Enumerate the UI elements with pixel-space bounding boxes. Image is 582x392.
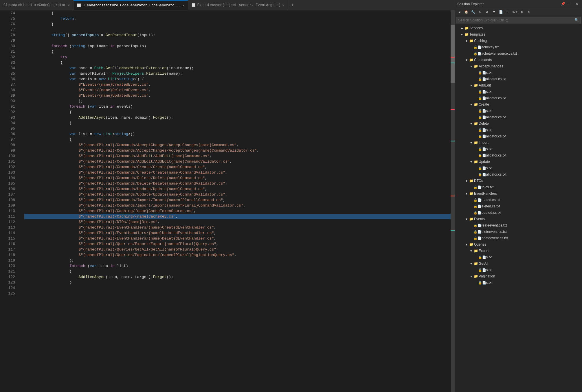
code-line-123: } [24,280,451,285]
tab-clean-arch[interactable]: CleanArchitectureCodeGenerator ✕ [0,0,74,10]
show-all-files-button[interactable]: 📄 [498,9,504,15]
folder-item-templates[interactable]: ▼📁Templates [455,31,582,38]
back-button[interactable]: ◀ [456,9,462,15]
view-code-button[interactable]: </> [512,9,518,15]
code-token: var [24,76,76,82]
file-item--deleted-cs-txt[interactable]: 🔒📄.deleted.cs.txt [455,203,582,209]
code-token: string [24,32,65,38]
file-item--deleteevent-cs-txt[interactable]: 🔒📄.deleteevent.cs.txt [455,229,582,235]
expand-icon: ▼ [469,122,473,125]
line-number-117: 117 [0,247,15,252]
folder-item-caching[interactable]: ▼📁Caching [455,38,582,44]
code-token: $"{nameofPlural}/Commands/Delete/Delete{… [24,175,205,181]
file-item--cs-txt[interactable]: 🔒📄.cs.txt [455,89,582,95]
folder-item-addedit[interactable]: ▼📁AddEdit [455,82,582,89]
filter-button[interactable]: ▼ [491,9,497,15]
properties-button[interactable]: 🔧 [470,9,476,15]
code-token: foreach [24,263,85,269]
line-number-100: 100 [0,153,15,159]
folder-icon-shape: 📁 [465,32,469,36]
folder-item-create[interactable]: ▼📁Create [455,101,582,108]
home-button[interactable]: 🏠 [463,9,469,15]
tab-close-icon[interactable]: ✕ [68,3,70,7]
solution-close-icon[interactable]: ✕ [574,1,580,7]
code-token: $"{nameofPlural}/Caching/{name}CacheToke… [24,208,194,214]
folder-icon-shape: 📁 [474,102,478,106]
code-line-75: return; [24,16,451,21]
sync-button[interactable]: ⇄ [484,9,490,15]
file-item--cs-txt[interactable]: 🔒📄.cs.txt [455,127,582,133]
line-number-104: 104 [0,175,15,181]
tab-close-active-icon[interactable]: ✕ [182,3,184,7]
file-item--cs-txt[interactable]: 🔒📄.cs.txt [455,69,582,76]
tab-label: CleanArchitectureCodeGenerator [3,3,66,7]
file-item--validator-cs-txt[interactable]: 🔒📄.validator.cs.txt [455,114,582,120]
code-token: , [216,247,219,252]
file-item--cs-txt[interactable]: 🔒📄.cs.txt [455,165,582,171]
folder-item-export[interactable]: ▼📁Export [455,248,582,254]
new-tab-button[interactable]: + [288,3,297,8]
line-number-112: 112 [0,219,15,225]
file-item--validator-cs-txt[interactable]: 🔒📄.validator.cs.txt [455,76,582,82]
folder-icon-shape: 📁 [474,122,478,126]
code-token: foreach [24,104,85,109]
file-item--updateevent-cs-txt[interactable]: 🔒📄.updateevent.cs.txt [455,235,582,241]
file-item--cs-txt[interactable]: 🔒📄.cs.txt [455,279,582,286]
file-item--updated-cs-txt[interactable]: 🔒📄.updated.cs.txt [455,209,582,216]
line-number-85: 85 [0,71,15,76]
file-item--cachekey-txt[interactable]: 🔒📄.cachekey.txt [455,44,582,50]
file-item--validator-cs-txt[interactable]: 🔒📄.validator.cs.txt [455,171,582,178]
folder-item-services[interactable]: ▶📁Services [455,25,582,31]
code-token: , [223,197,225,203]
folder-item-dtos[interactable]: ▼📁DTOs [455,178,582,184]
file-item--dto-cs-txt[interactable]: 🔒📄.dto.cs.txt [455,184,582,190]
file-item--validator-cs-txt[interactable]: 🔒📄.validator.cs.txt [455,95,582,101]
solution-search-input[interactable] [458,18,573,22]
scrollbar-mark-3 [451,109,455,110]
folder-item-events[interactable]: ▼📁Events [455,216,582,222]
file-item--cs-txt[interactable]: 🔒📄.cs.txt [455,267,582,273]
code-token: var [90,104,96,109]
folder-item-getall[interactable]: ▼📁GetAll [455,260,582,267]
tree-item-label: Commands [474,58,492,62]
folder-item-acceptchanges[interactable]: ▼📁AcceptChanges [455,63,582,69]
expand-icon: ▼ [469,249,473,253]
code-token: , [243,203,246,208]
code-line-96: var list = new List<string>() [24,131,451,137]
file-item--cachetokensource-cs-txt[interactable]: 🔒📄.cachetokensource.cs.txt [455,50,582,57]
code-line-90: }; [24,98,451,104]
scrollbar-mark-6 [451,230,455,231]
vertical-scrollbar[interactable] [451,10,455,392]
refresh-button[interactable]: ↻ [477,9,483,15]
line-number-99: 99 [0,148,15,153]
tab-execute-close-icon[interactable]: ✕ [282,3,284,7]
solution-minimize-icon[interactable]: — [567,1,573,7]
extra-button[interactable]: ⊕ [526,9,532,15]
folder-item-update[interactable]: ▼📁Update [455,159,582,165]
tab-execute-async[interactable]: ⬜ ExecuteAsync(object sender, EventArgs … [188,0,288,10]
folder-item-import[interactable]: ▼📁Import [455,139,582,146]
scrollbar-thumb[interactable] [451,25,455,83]
file-item--validator-cs-txt[interactable]: 🔒📄.validator.cs.txt [455,152,582,159]
folder-item-pagination[interactable]: ▼📁Pagination [455,273,582,279]
folder-icon: 📁 [469,242,473,246]
code-token: (input); [137,32,155,38]
file-item--cs-txt[interactable]: 🔒📄.cs.txt [455,254,582,260]
file-item--created-cs-txt[interactable]: 🔒📄.created.cs.txt [455,197,582,203]
line-number-119: 119 [0,258,15,263]
solution-search-box[interactable]: 🔍 [456,17,581,23]
file-item--validator-cs-txt[interactable]: 🔒📄.validator.cs.txt [455,133,582,139]
folder-item-commands[interactable]: ▼📁Commands [455,57,582,63]
collapse-all-button[interactable]: ↑↓ [505,9,511,15]
file-item--createevent-cs-txt[interactable]: 🔒📄.createevent.cs.txt [455,222,582,229]
folder-item-queries[interactable]: ▼📁Queries [455,241,582,248]
file-item--cs-txt[interactable]: 🔒📄.cs.txt [455,146,582,152]
folder-icon-shape: 📁 [469,39,473,43]
file-item--cs-txt[interactable]: 🔒📄.cs.txt [455,108,582,114]
folder-item-eventhandlers[interactable]: ▼📁EventHandlers [455,190,582,197]
settings-button[interactable]: ⚙ [519,9,525,15]
file-icon: 🔒📄 [473,51,478,56]
solution-pin-icon[interactable]: 📌 [560,1,566,7]
folder-item-delete[interactable]: ▼📁Delete [455,120,582,127]
tab-code-generator[interactable]: ⬜ CleanArchitecture.CodeGenerator.CodeGe… [74,0,188,10]
